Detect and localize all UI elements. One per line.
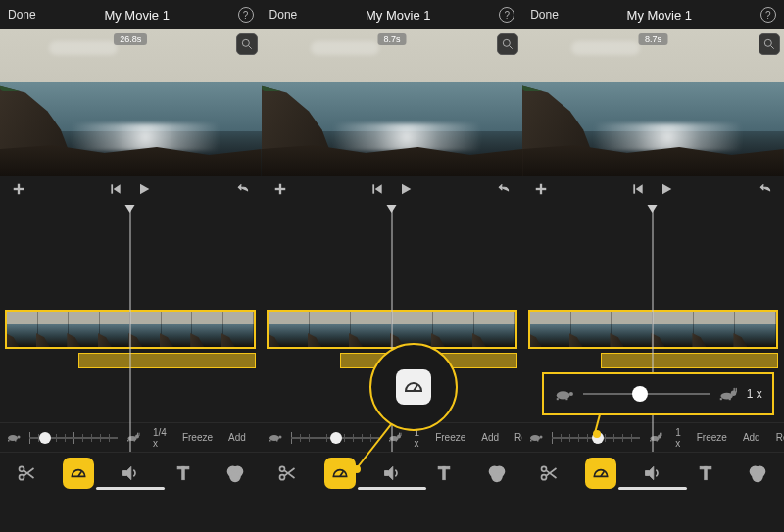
- add-media-button[interactable]: [534, 182, 548, 200]
- svg-rect-14: [139, 432, 140, 436]
- done-button[interactable]: Done: [270, 8, 298, 22]
- speed-button[interactable]: [63, 458, 94, 489]
- svg-line-58: [771, 46, 774, 49]
- freeze-button[interactable]: Freeze: [178, 432, 217, 443]
- done-button[interactable]: Done: [530, 8, 559, 22]
- speed-slider[interactable]: [29, 432, 118, 444]
- timeline[interactable]: 1 x Freeze Add Reset: [262, 206, 523, 493]
- filters-button[interactable]: [742, 458, 773, 489]
- svg-point-75: [540, 435, 543, 438]
- svg-rect-80: [660, 432, 661, 436]
- actions-button[interactable]: [11, 458, 42, 489]
- freeze-button[interactable]: Freeze: [431, 432, 469, 443]
- speaker-icon: [382, 463, 402, 483]
- help-icon[interactable]: ?: [760, 7, 776, 23]
- duration-pill: 8.7s: [377, 33, 406, 45]
- svg-rect-83: [657, 440, 659, 442]
- svg-rect-44: [389, 440, 391, 442]
- undo-button[interactable]: [236, 182, 250, 200]
- volume-button[interactable]: [637, 458, 668, 489]
- skip-back-icon: [370, 182, 384, 196]
- speed-button[interactable]: [324, 458, 356, 489]
- timeline[interactable]: 1/4 x Freeze Add Reset: [0, 206, 262, 493]
- svg-rect-73: [728, 398, 730, 400]
- svg-rect-76: [530, 440, 532, 442]
- filters-icon: [487, 463, 507, 483]
- plus-icon: [534, 182, 548, 196]
- svg-rect-61: [634, 184, 636, 193]
- zoom-button[interactable]: [759, 33, 780, 55]
- play-button[interactable]: [659, 181, 674, 201]
- speed-overlay[interactable]: [78, 353, 256, 368]
- svg-marker-51: [384, 466, 392, 479]
- panel-3: Done My Movie 1 ? 8.7s: [522, 0, 784, 532]
- svg-rect-38: [270, 440, 271, 442]
- project-title: My Movie 1: [366, 8, 430, 23]
- speed-overlay[interactable]: [601, 353, 778, 368]
- project-title: My Movie 1: [627, 8, 692, 23]
- playhead[interactable]: [130, 206, 131, 452]
- skip-back-button[interactable]: [370, 182, 384, 200]
- zoom-button[interactable]: [497, 33, 518, 55]
- svg-rect-72: [720, 398, 722, 400]
- undo-button[interactable]: [497, 182, 511, 200]
- skip-back-icon: [109, 182, 122, 196]
- home-indicator: [96, 487, 165, 490]
- turtle-icon: [6, 431, 22, 445]
- undo-button[interactable]: [759, 182, 772, 200]
- callout-speed-slider: 1 x: [542, 372, 774, 415]
- help-icon[interactable]: ?: [499, 7, 514, 23]
- play-button[interactable]: [136, 181, 152, 201]
- done-button[interactable]: Done: [8, 8, 36, 22]
- skip-back-button[interactable]: [109, 182, 122, 200]
- titles-button[interactable]: [428, 458, 460, 489]
- titles-button[interactable]: [168, 458, 199, 489]
- zoom-button[interactable]: [236, 33, 258, 55]
- svg-marker-22: [123, 466, 131, 479]
- filters-button[interactable]: [481, 458, 513, 489]
- freeze-button[interactable]: Freeze: [693, 432, 731, 443]
- svg-rect-10: [15, 440, 17, 442]
- project-title: My Movie 1: [104, 8, 169, 23]
- titles-button[interactable]: [690, 458, 721, 489]
- add-media-button[interactable]: [273, 182, 287, 200]
- video-preview[interactable]: 26.8s: [0, 29, 262, 176]
- video-preview[interactable]: 8.7s: [522, 29, 784, 176]
- duration-pill: 26.8s: [114, 33, 147, 45]
- volume-button[interactable]: [115, 458, 146, 489]
- svg-rect-66: [557, 398, 559, 400]
- actions-button[interactable]: [533, 458, 564, 489]
- magnify-icon: [240, 37, 254, 51]
- svg-rect-15: [127, 440, 129, 442]
- svg-rect-81: [662, 432, 662, 436]
- actions-button[interactable]: [271, 458, 303, 489]
- svg-rect-9: [8, 440, 10, 442]
- scissors-icon: [539, 463, 559, 483]
- svg-rect-91: [705, 466, 708, 479]
- svg-marker-62: [636, 184, 643, 193]
- speed-button[interactable]: [585, 458, 616, 489]
- add-button[interactable]: Add: [739, 432, 764, 443]
- skip-back-button[interactable]: [631, 182, 645, 200]
- svg-point-27: [230, 471, 240, 481]
- rabbit-icon: [387, 431, 403, 445]
- rabbit-icon: [125, 431, 141, 445]
- play-icon: [136, 181, 152, 197]
- add-button[interactable]: Add: [477, 432, 503, 443]
- speed-rate-label: 1 x: [671, 427, 685, 449]
- speed-rate-label: 1/4 x: [149, 427, 171, 449]
- video-preview[interactable]: 8.7s: [262, 29, 523, 176]
- panel-2: Done My Movie 1 ? 8.7s: [262, 0, 523, 532]
- add-media-button[interactable]: [12, 182, 25, 200]
- speed-slider[interactable]: [291, 432, 379, 444]
- volume-button[interactable]: [376, 458, 408, 489]
- add-button[interactable]: Add: [224, 432, 250, 443]
- callout-speed-icon: [369, 343, 458, 431]
- play-button[interactable]: [398, 181, 414, 201]
- timeline[interactable]: 1 x 1 x Freeze Add Reset: [522, 206, 784, 493]
- help-icon[interactable]: ?: [238, 7, 254, 23]
- filters-button[interactable]: [220, 458, 251, 489]
- speed-slider-large[interactable]: [583, 387, 710, 401]
- speedometer-icon: [330, 463, 350, 483]
- reset-button[interactable]: Reset: [772, 432, 784, 443]
